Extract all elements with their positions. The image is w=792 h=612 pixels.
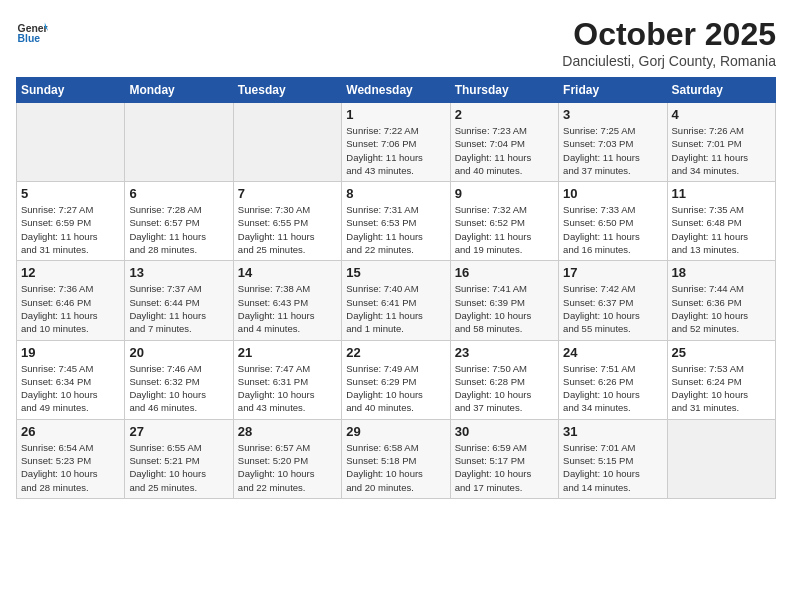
day-number: 23 xyxy=(455,345,554,360)
day-number: 3 xyxy=(563,107,662,122)
day-info: Sunrise: 7:42 AM Sunset: 6:37 PM Dayligh… xyxy=(563,282,662,335)
day-number: 17 xyxy=(563,265,662,280)
calendar-cell: 14Sunrise: 7:38 AM Sunset: 6:43 PM Dayli… xyxy=(233,261,341,340)
day-number: 21 xyxy=(238,345,337,360)
day-info: Sunrise: 7:44 AM Sunset: 6:36 PM Dayligh… xyxy=(672,282,771,335)
calendar-week-row: 12Sunrise: 7:36 AM Sunset: 6:46 PM Dayli… xyxy=(17,261,776,340)
day-number: 13 xyxy=(129,265,228,280)
day-info: Sunrise: 7:35 AM Sunset: 6:48 PM Dayligh… xyxy=(672,203,771,256)
page-header: General Blue October 2025 Danciulesti, G… xyxy=(16,16,776,69)
title-block: October 2025 Danciulesti, Gorj County, R… xyxy=(562,16,776,69)
calendar-cell: 18Sunrise: 7:44 AM Sunset: 6:36 PM Dayli… xyxy=(667,261,775,340)
calendar-cell: 20Sunrise: 7:46 AM Sunset: 6:32 PM Dayli… xyxy=(125,340,233,419)
day-info: Sunrise: 7:36 AM Sunset: 6:46 PM Dayligh… xyxy=(21,282,120,335)
calendar-cell: 15Sunrise: 7:40 AM Sunset: 6:41 PM Dayli… xyxy=(342,261,450,340)
calendar-cell: 23Sunrise: 7:50 AM Sunset: 6:28 PM Dayli… xyxy=(450,340,558,419)
day-number: 20 xyxy=(129,345,228,360)
calendar-cell: 13Sunrise: 7:37 AM Sunset: 6:44 PM Dayli… xyxy=(125,261,233,340)
day-info: Sunrise: 7:31 AM Sunset: 6:53 PM Dayligh… xyxy=(346,203,445,256)
day-info: Sunrise: 6:57 AM Sunset: 5:20 PM Dayligh… xyxy=(238,441,337,494)
weekday-header-monday: Monday xyxy=(125,78,233,103)
day-number: 7 xyxy=(238,186,337,201)
day-number: 24 xyxy=(563,345,662,360)
day-number: 1 xyxy=(346,107,445,122)
day-number: 28 xyxy=(238,424,337,439)
day-number: 9 xyxy=(455,186,554,201)
calendar-cell xyxy=(667,419,775,498)
calendar-week-row: 5Sunrise: 7:27 AM Sunset: 6:59 PM Daylig… xyxy=(17,182,776,261)
day-info: Sunrise: 6:55 AM Sunset: 5:21 PM Dayligh… xyxy=(129,441,228,494)
day-info: Sunrise: 7:27 AM Sunset: 6:59 PM Dayligh… xyxy=(21,203,120,256)
calendar-cell: 5Sunrise: 7:27 AM Sunset: 6:59 PM Daylig… xyxy=(17,182,125,261)
day-info: Sunrise: 7:45 AM Sunset: 6:34 PM Dayligh… xyxy=(21,362,120,415)
day-number: 10 xyxy=(563,186,662,201)
day-info: Sunrise: 6:58 AM Sunset: 5:18 PM Dayligh… xyxy=(346,441,445,494)
svg-text:Blue: Blue xyxy=(18,33,41,44)
day-number: 29 xyxy=(346,424,445,439)
calendar-cell: 25Sunrise: 7:53 AM Sunset: 6:24 PM Dayli… xyxy=(667,340,775,419)
day-number: 30 xyxy=(455,424,554,439)
day-number: 16 xyxy=(455,265,554,280)
calendar-week-row: 26Sunrise: 6:54 AM Sunset: 5:23 PM Dayli… xyxy=(17,419,776,498)
calendar-cell: 19Sunrise: 7:45 AM Sunset: 6:34 PM Dayli… xyxy=(17,340,125,419)
day-info: Sunrise: 7:40 AM Sunset: 6:41 PM Dayligh… xyxy=(346,282,445,335)
calendar-week-row: 1Sunrise: 7:22 AM Sunset: 7:06 PM Daylig… xyxy=(17,103,776,182)
day-number: 2 xyxy=(455,107,554,122)
day-info: Sunrise: 7:01 AM Sunset: 5:15 PM Dayligh… xyxy=(563,441,662,494)
calendar-cell: 22Sunrise: 7:49 AM Sunset: 6:29 PM Dayli… xyxy=(342,340,450,419)
day-number: 27 xyxy=(129,424,228,439)
day-info: Sunrise: 7:47 AM Sunset: 6:31 PM Dayligh… xyxy=(238,362,337,415)
calendar-table: SundayMondayTuesdayWednesdayThursdayFrid… xyxy=(16,77,776,499)
day-info: Sunrise: 7:53 AM Sunset: 6:24 PM Dayligh… xyxy=(672,362,771,415)
day-info: Sunrise: 6:54 AM Sunset: 5:23 PM Dayligh… xyxy=(21,441,120,494)
weekday-header-friday: Friday xyxy=(559,78,667,103)
calendar-cell xyxy=(17,103,125,182)
day-number: 12 xyxy=(21,265,120,280)
calendar-cell: 3Sunrise: 7:25 AM Sunset: 7:03 PM Daylig… xyxy=(559,103,667,182)
calendar-cell: 2Sunrise: 7:23 AM Sunset: 7:04 PM Daylig… xyxy=(450,103,558,182)
calendar-cell: 24Sunrise: 7:51 AM Sunset: 6:26 PM Dayli… xyxy=(559,340,667,419)
svg-text:General: General xyxy=(18,23,48,34)
calendar-cell: 6Sunrise: 7:28 AM Sunset: 6:57 PM Daylig… xyxy=(125,182,233,261)
weekday-header-tuesday: Tuesday xyxy=(233,78,341,103)
day-info: Sunrise: 7:51 AM Sunset: 6:26 PM Dayligh… xyxy=(563,362,662,415)
calendar-title: October 2025 xyxy=(562,16,776,53)
day-info: Sunrise: 7:30 AM Sunset: 6:55 PM Dayligh… xyxy=(238,203,337,256)
day-info: Sunrise: 7:32 AM Sunset: 6:52 PM Dayligh… xyxy=(455,203,554,256)
calendar-cell: 11Sunrise: 7:35 AM Sunset: 6:48 PM Dayli… xyxy=(667,182,775,261)
calendar-cell: 1Sunrise: 7:22 AM Sunset: 7:06 PM Daylig… xyxy=(342,103,450,182)
weekday-header-wednesday: Wednesday xyxy=(342,78,450,103)
day-number: 22 xyxy=(346,345,445,360)
weekday-header-thursday: Thursday xyxy=(450,78,558,103)
day-info: Sunrise: 7:41 AM Sunset: 6:39 PM Dayligh… xyxy=(455,282,554,335)
weekday-header-row: SundayMondayTuesdayWednesdayThursdayFrid… xyxy=(17,78,776,103)
day-info: Sunrise: 7:33 AM Sunset: 6:50 PM Dayligh… xyxy=(563,203,662,256)
day-number: 8 xyxy=(346,186,445,201)
logo-icon: General Blue xyxy=(16,16,48,48)
calendar-cell: 21Sunrise: 7:47 AM Sunset: 6:31 PM Dayli… xyxy=(233,340,341,419)
day-number: 4 xyxy=(672,107,771,122)
weekday-header-sunday: Sunday xyxy=(17,78,125,103)
calendar-cell: 29Sunrise: 6:58 AM Sunset: 5:18 PM Dayli… xyxy=(342,419,450,498)
day-number: 26 xyxy=(21,424,120,439)
calendar-cell: 12Sunrise: 7:36 AM Sunset: 6:46 PM Dayli… xyxy=(17,261,125,340)
day-number: 19 xyxy=(21,345,120,360)
day-info: Sunrise: 7:25 AM Sunset: 7:03 PM Dayligh… xyxy=(563,124,662,177)
day-info: Sunrise: 7:49 AM Sunset: 6:29 PM Dayligh… xyxy=(346,362,445,415)
calendar-cell: 30Sunrise: 6:59 AM Sunset: 5:17 PM Dayli… xyxy=(450,419,558,498)
day-info: Sunrise: 7:50 AM Sunset: 6:28 PM Dayligh… xyxy=(455,362,554,415)
day-info: Sunrise: 7:28 AM Sunset: 6:57 PM Dayligh… xyxy=(129,203,228,256)
day-number: 6 xyxy=(129,186,228,201)
day-info: Sunrise: 7:38 AM Sunset: 6:43 PM Dayligh… xyxy=(238,282,337,335)
day-info: Sunrise: 7:26 AM Sunset: 7:01 PM Dayligh… xyxy=(672,124,771,177)
calendar-cell: 8Sunrise: 7:31 AM Sunset: 6:53 PM Daylig… xyxy=(342,182,450,261)
calendar-cell: 27Sunrise: 6:55 AM Sunset: 5:21 PM Dayli… xyxy=(125,419,233,498)
calendar-cell: 16Sunrise: 7:41 AM Sunset: 6:39 PM Dayli… xyxy=(450,261,558,340)
calendar-cell: 28Sunrise: 6:57 AM Sunset: 5:20 PM Dayli… xyxy=(233,419,341,498)
calendar-cell xyxy=(125,103,233,182)
calendar-cell xyxy=(233,103,341,182)
calendar-cell: 31Sunrise: 7:01 AM Sunset: 5:15 PM Dayli… xyxy=(559,419,667,498)
calendar-cell: 7Sunrise: 7:30 AM Sunset: 6:55 PM Daylig… xyxy=(233,182,341,261)
day-number: 5 xyxy=(21,186,120,201)
calendar-cell: 10Sunrise: 7:33 AM Sunset: 6:50 PM Dayli… xyxy=(559,182,667,261)
